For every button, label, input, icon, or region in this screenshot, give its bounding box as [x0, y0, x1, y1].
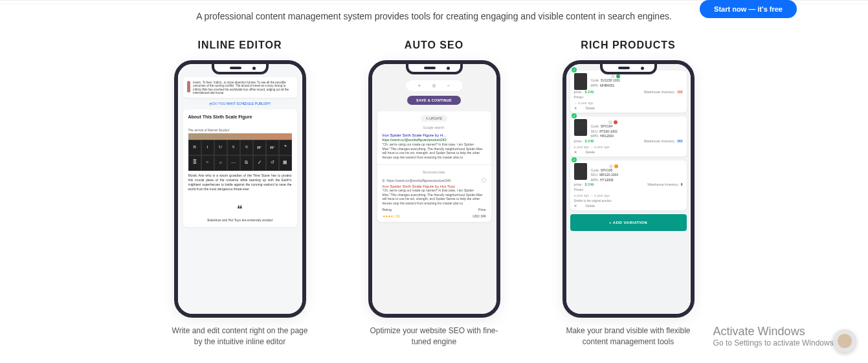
- editor-body-card: About This Sixth Scale Figure The arriva…: [183, 109, 297, 227]
- code-label: Code:: [591, 78, 599, 82]
- clear-icon[interactable]: ⎋: [240, 140, 253, 155]
- rich-text-toolbar[interactable]: B I U S ⎋ H¹ H² ❝ ≣ ≡ ⌕ — ⧉ ⤢ ↺: [188, 140, 292, 171]
- rating-stars: ★★★★☆ (0): [383, 214, 401, 218]
- about-heading: About This Sixth Scale Figure: [188, 115, 292, 119]
- price-label: price :: [574, 139, 584, 143]
- h2-icon[interactable]: H²: [266, 140, 279, 155]
- col-title: RICH PRODUCTS: [561, 39, 696, 51]
- snippet-text: lovers. To hem. Indica...to close abando…: [193, 81, 293, 95]
- price-label: price :: [574, 90, 584, 94]
- col-title: INLINE EDITOR: [172, 39, 308, 51]
- google-result-url: https://samin.io/@worldoffigures/product…: [383, 138, 486, 142]
- quantity-stepper[interactable]: + 0 −: [405, 80, 463, 92]
- sku-label: SKU:: [591, 129, 599, 133]
- stepper-value: 0: [432, 83, 435, 89]
- add-variation-button[interactable]: + ADD VARIATION: [570, 214, 687, 231]
- col-caption: Write and edit content right on the page…: [172, 325, 308, 347]
- italic-icon[interactable]: I: [201, 140, 214, 155]
- schedule-link-text: DO YOU WANT SCHEDULE PUBLISH?: [212, 102, 271, 105]
- list-ol-icon[interactable]: ≣: [188, 155, 201, 171]
- check-icon: ✓: [572, 157, 577, 162]
- struct-url: https://samin.io/@worldoffigures/product…: [386, 179, 451, 182]
- editor-footer-text: Sideshow and Hot Toys are extremely exci…: [188, 218, 292, 222]
- strike-icon[interactable]: S: [227, 140, 240, 155]
- mpn-label: MPN:: [591, 134, 599, 138]
- delete-link[interactable]: Delete: [586, 106, 595, 110]
- link-icon[interactable]: ⌕: [214, 155, 227, 171]
- phone-mock-auto-seo: + 0 − SAVE & CONTINUE UPDATE Google sear…: [368, 60, 500, 318]
- update-button[interactable]: UPDATE: [421, 115, 447, 122]
- sku-value: RT230-1002: [599, 129, 618, 133]
- table-icon[interactable]: ▦: [279, 155, 292, 171]
- google-search-label: Google search:: [383, 126, 486, 129]
- plus-icon[interactable]: +: [418, 83, 421, 89]
- quote-icon[interactable]: ❝: [279, 140, 292, 155]
- feature-col-auto-seo: AUTO SEO + 0 − SAVE & CONTINUE UPDATE Go…: [366, 39, 502, 347]
- mpn-label: MPN:: [591, 178, 599, 182]
- google-result-title[interactable]: Iron Spider Sixth Scale Figure by H...: [383, 133, 486, 137]
- product-card[interactable]: ✓ Code:SPV195 SKU:MR120-1004 MPN:HT12006…: [570, 160, 687, 211]
- col-caption: Make your brand visible with flexible co…: [561, 325, 696, 347]
- product-time: a year ago → a year ago: [574, 193, 610, 197]
- quote-mark-icon: ❝: [188, 203, 292, 215]
- sku-value: MR120-1004: [599, 173, 618, 177]
- price-value: $ 249: [584, 139, 594, 143]
- check-icon: ✓: [572, 113, 577, 118]
- inventory-label: Warehouse Inventory :: [644, 139, 676, 143]
- product-status: Printed: [574, 96, 583, 99]
- watermark-line2: Go to Settings to activate Windows.: [713, 338, 836, 347]
- remove-icon[interactable]: ✕: [574, 106, 577, 110]
- remove-icon[interactable]: ✕: [574, 150, 577, 154]
- watermark-line1: Activate Windows: [713, 325, 836, 338]
- delete-link[interactable]: Delete: [586, 204, 595, 208]
- expand-icon[interactable]: ⤢: [253, 155, 266, 171]
- remove-icon[interactable]: ✕: [574, 204, 577, 208]
- seo-preview-card: UPDATE Google search: Iron Spider Sixth …: [377, 111, 491, 222]
- google-result-description: "Oh, we're using our made-up names? In t…: [383, 142, 486, 159]
- product-card[interactable]: ✓ Code:SPV194 SKU:RT230-1002 MPN:HR12004…: [570, 116, 687, 157]
- bold-icon[interactable]: B: [188, 140, 201, 155]
- product-card[interactable]: ✓ Code:SV1230 1001 MPN:MHB4001 price :$ …: [570, 71, 687, 113]
- code-label: Code:: [591, 124, 599, 128]
- arrival-text: The arrival of Marvel Studios': [188, 128, 292, 132]
- product-time: a year ago → a year ago: [574, 145, 610, 149]
- code-value: SV1230 1001: [601, 78, 620, 82]
- editor-snippet-card: lovers. To hem. Indica...to close abando…: [183, 77, 297, 98]
- mpn-value: HR12004: [600, 134, 614, 138]
- image-strip: [188, 133, 292, 140]
- phone-mock-inline-editor: lovers. To hem. Indica...to close abando…: [174, 60, 306, 318]
- phone-mock-rich-products: ✓ Code:SV1230 1001 MPN:MHB4001 price :$ …: [562, 60, 695, 318]
- windows-activation-watermark: Activate Windows Go to Settings to activ…: [713, 325, 836, 347]
- undo-icon[interactable]: ↺: [266, 155, 279, 171]
- schedule-publish-link[interactable]: ◔ DO YOU WANT SCHEDULE PUBLISH?: [183, 102, 297, 105]
- rating-label: Rating: [383, 208, 392, 212]
- delete-link[interactable]: Delete: [586, 150, 595, 154]
- support-chat-bubble[interactable]: [833, 329, 856, 353]
- thumbnail-icon: [187, 81, 191, 93]
- feature-col-inline-editor: INLINE EDITOR lovers. To hem. Indica...t…: [172, 39, 308, 347]
- amp-icon: [482, 178, 486, 182]
- product-thumb: [574, 119, 587, 136]
- sku-label: SKU:: [591, 173, 599, 177]
- col-title: AUTO SEO: [366, 39, 502, 51]
- code-value: SPV195: [601, 168, 612, 172]
- inventory-value: 183: [677, 90, 682, 94]
- mpn-label: MPN:: [591, 83, 599, 87]
- minus-icon[interactable]: −: [447, 83, 451, 89]
- code-value: SPV194: [601, 124, 612, 128]
- feature-columns: INLINE EDITOR lovers. To hem. Indica...t…: [0, 39, 868, 347]
- save-continue-button[interactable]: SAVE & CONTINUE: [407, 96, 461, 105]
- structured-data-label: Structured data:: [383, 170, 486, 174]
- start-now-button[interactable]: Start now — it's free: [700, 0, 797, 18]
- product-extra: Similar to the original product: [574, 199, 612, 203]
- image-icon[interactable]: ⧉: [240, 155, 253, 171]
- price-value: $ 249: [584, 90, 594, 94]
- mpn-value: HT12006: [600, 178, 614, 182]
- inventory-value: 283: [677, 139, 682, 143]
- editor-paragraph[interactable]: Mystic Arts who is a sworn guardian of t…: [188, 173, 292, 192]
- h1-icon[interactable]: H¹: [253, 140, 266, 155]
- underline-icon[interactable]: U: [214, 140, 227, 155]
- hr-icon[interactable]: —: [227, 155, 240, 171]
- mpn-value: MHB4001: [600, 83, 614, 87]
- list-ul-icon[interactable]: ≡: [201, 155, 214, 171]
